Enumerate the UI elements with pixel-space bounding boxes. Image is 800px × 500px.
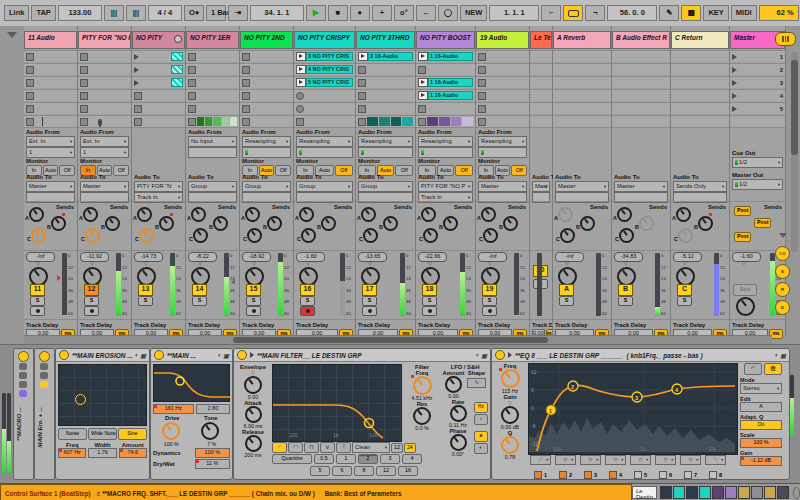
send-knob-a[interactable] [617, 207, 632, 222]
solo-button[interactable]: S [138, 296, 153, 306]
clip-stop-button[interactable] [188, 92, 196, 100]
mode-select[interactable]: Stereo [740, 383, 782, 394]
clip-stop-button[interactable] [80, 53, 88, 61]
clip-slot[interactable]: 1 16-Audio [416, 76, 475, 88]
send-knob-c[interactable] [247, 228, 262, 243]
clip-slot[interactable] [78, 63, 131, 75]
clip-play-icon[interactable] [134, 67, 139, 73]
clip-slot[interactable] [553, 102, 611, 114]
loop-length-field[interactable]: 56. 0. 0 [607, 5, 657, 21]
audio-from-select[interactable]: Ext. In [80, 136, 129, 147]
send-knob-c[interactable] [31, 228, 46, 243]
slope-mode-select[interactable]: Clean [352, 442, 390, 453]
arm-button[interactable] [422, 306, 437, 316]
clip-play-icon[interactable] [418, 52, 428, 61]
clip-stop-button[interactable] [134, 118, 142, 126]
device-title-bar[interactable]: **MAIN EROSION ... ◐▣ [56, 349, 149, 362]
clip-stop-button[interactable] [478, 66, 486, 74]
tempo-field[interactable]: 133.00 [58, 5, 102, 21]
audio-from-select[interactable]: Resampling [418, 136, 473, 147]
monitor-off-button[interactable]: Off [275, 165, 291, 176]
band-enable-checkbox[interactable] [534, 471, 542, 479]
clip-slot[interactable] [476, 102, 529, 114]
macro-map-icon[interactable] [19, 390, 27, 397]
track-activator[interactable]: 13 [138, 284, 153, 296]
track-header[interactable]: NO PITY BOOST [416, 31, 475, 49]
overdub-button[interactable]: + [372, 5, 392, 21]
device-power-button[interactable] [154, 350, 164, 360]
autofilter-display[interactable]: 100 1k 10k [272, 364, 402, 442]
clip-slot[interactable] [132, 102, 185, 114]
solo-button[interactable]: S [482, 296, 497, 306]
send-knob-c[interactable] [301, 228, 316, 243]
clip-slot[interactable] [530, 63, 552, 75]
section-toggle-d[interactable]: D [775, 300, 790, 315]
clip-play-icon[interactable] [418, 78, 428, 87]
show-chains-icon[interactable] [19, 381, 27, 388]
track-activator[interactable]: 17 [362, 284, 377, 296]
loop-button[interactable] [563, 5, 583, 21]
audio-to-select[interactable]: Master [26, 181, 75, 192]
audio-to-select[interactable]: Group [188, 181, 237, 192]
filter-type-button-3[interactable]: ∨ [320, 442, 335, 453]
solo-button[interactable]: S [192, 296, 207, 306]
erosion-mode-2[interactable]: Sine [118, 428, 147, 440]
scrollbar-thumb[interactable] [791, 60, 798, 155]
clip-play-icon[interactable] [296, 52, 306, 61]
clip-stop-button[interactable] [80, 105, 88, 113]
track-header[interactable]: A Reverb [553, 31, 611, 49]
clip-stop-button[interactable] [242, 105, 250, 113]
track-header[interactable]: PITY FOR "NO P [78, 31, 131, 49]
edit-button[interactable]: A [740, 402, 782, 412]
quantize-value-button[interactable]: 4 [402, 454, 422, 464]
solo-button[interactable]: Solo [733, 284, 757, 296]
clip-stop-button[interactable] [358, 92, 366, 100]
erosion-mode-0[interactable]: Noise [58, 428, 87, 440]
time-signature-field[interactable]: 4 / 4 [148, 5, 182, 21]
tone-value[interactable]: 7 % [192, 441, 233, 447]
clip-slot[interactable] [294, 89, 355, 101]
scale-value[interactable]: 100 % [740, 438, 782, 448]
nudge-up-icon[interactable]: ||| [126, 5, 146, 21]
volume-value[interactable]: -8.22 [188, 252, 217, 262]
play-button[interactable]: ▶ [306, 5, 326, 21]
clip-name[interactable]: 1 16-Audio [428, 52, 473, 61]
send-knob-b[interactable] [503, 216, 518, 231]
device-power-button[interactable] [237, 350, 247, 360]
erosion-xy-display[interactable] [58, 364, 147, 426]
clip-slot[interactable] [132, 76, 185, 88]
quantize-value-button[interactable]: 6 [332, 466, 352, 476]
solo-button[interactable]: S [30, 296, 45, 306]
clip-slot[interactable] [356, 63, 415, 75]
clip-stop-button[interactable] [418, 118, 426, 126]
clip-slot[interactable] [553, 50, 611, 62]
solo-button[interactable]: S [677, 296, 692, 306]
metronome-button[interactable]: O● [184, 5, 204, 21]
punch-in-button[interactable]: ⌐ [541, 5, 561, 21]
clip-play-icon[interactable] [358, 52, 368, 61]
record-button[interactable]: ● [350, 5, 370, 21]
scene-play-icon[interactable] [732, 54, 737, 60]
clip-slot[interactable] [356, 102, 415, 114]
audio-to-select[interactable]: Mast [532, 181, 550, 192]
spectrum-button[interactable]: ◠ [744, 363, 762, 375]
track-header[interactable]: NO PITY 3THRD [356, 31, 415, 49]
send-knob-b[interactable] [383, 216, 398, 231]
clip-slot[interactable] [186, 63, 239, 75]
clip-stop-button[interactable] [478, 92, 486, 100]
collapsed-rack-macro[interactable]: **MACRO ... [13, 348, 34, 480]
send-knob-b[interactable] [159, 216, 174, 231]
show-devices-icon[interactable] [40, 372, 48, 379]
clip-stop-button[interactable] [26, 105, 34, 113]
send-knob-b[interactable] [267, 216, 282, 231]
section-toggle-r[interactable]: R [775, 282, 790, 297]
oversampling-button[interactable]: ▤ [764, 363, 782, 375]
shape-select[interactable]: ∿ [467, 378, 486, 388]
clip-name[interactable]: 1 16-Audio [428, 78, 473, 87]
clip-slot[interactable]: 1 16-Audio [416, 89, 475, 101]
clip-slot[interactable] [612, 76, 670, 88]
clip-slot[interactable] [132, 63, 185, 75]
track-header[interactable]: B Audio Effect R [612, 31, 670, 49]
filter-freq-knob[interactable] [413, 376, 432, 395]
save-preset-icon[interactable]: ▣ [223, 352, 229, 359]
